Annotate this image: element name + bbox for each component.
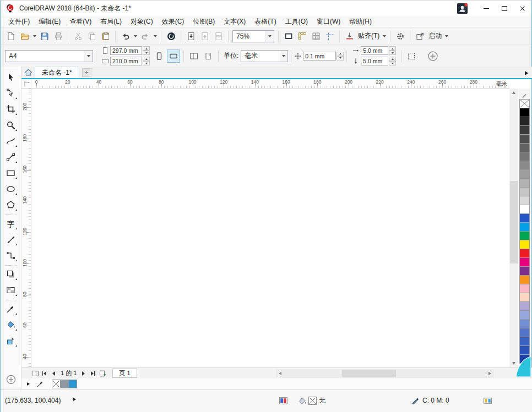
vertical-ruler[interactable]: 200180160140120100806040 — [21, 89, 31, 367]
drop-shadow-tool[interactable] — [3, 266, 19, 282]
search-content-button[interactable] — [164, 29, 178, 43]
rectangle-tool[interactable] — [3, 165, 19, 181]
units-combo[interactable]: 毫米 — [241, 50, 288, 62]
scroll-right-button[interactable] — [486, 369, 494, 378]
menu-edit[interactable]: 编辑(E) — [34, 16, 65, 28]
corner-pull-tab[interactable] — [512, 355, 531, 377]
scroll-up-button[interactable] — [509, 89, 518, 97]
color-swatch[interactable] — [519, 117, 530, 126]
color-swatch[interactable] — [519, 108, 530, 117]
add-page-button[interactable] — [97, 369, 107, 378]
color-swatch[interactable] — [519, 275, 530, 284]
page-tab[interactable]: 页 1 — [112, 369, 137, 378]
menu-text[interactable]: 文本(X) — [219, 16, 250, 28]
page-width-field[interactable]: 297.0 mm — [110, 46, 142, 55]
welcome-home-button[interactable] — [21, 67, 35, 78]
new-tab-button[interactable]: + — [82, 68, 91, 77]
last-page-button[interactable] — [88, 369, 97, 378]
new-document-button[interactable] — [4, 29, 18, 43]
launch-label[interactable]: 启动 — [427, 31, 443, 41]
add-tools-button[interactable] — [6, 374, 17, 385]
menu-layout[interactable]: 布局(L) — [96, 16, 126, 28]
units-dropdown-button[interactable] — [279, 51, 287, 62]
menu-effects[interactable]: 效果(C) — [158, 16, 189, 28]
parallel-dimension-tool[interactable] — [3, 232, 19, 248]
minimize-button[interactable] — [477, 1, 495, 16]
duplicate-y-stepper[interactable] — [389, 57, 396, 65]
cut-button[interactable] — [71, 29, 85, 43]
page-height-field[interactable]: 210.0 mm — [110, 57, 142, 65]
page-size-dropdown-button[interactable] — [84, 51, 93, 62]
menu-object[interactable]: 对象(C) — [126, 16, 158, 28]
color-swatch[interactable] — [519, 301, 530, 311]
save-button[interactable] — [37, 29, 51, 43]
color-swatch[interactable] — [519, 196, 530, 205]
zoom-dropdown-button[interactable] — [265, 31, 274, 42]
menu-help[interactable]: 帮助(H) — [345, 16, 376, 28]
open-button[interactable] — [18, 29, 31, 43]
snap-to-button[interactable] — [343, 29, 356, 43]
color-swatch[interactable] — [519, 345, 530, 355]
color-swatch[interactable] — [60, 380, 69, 388]
ellipse-tool[interactable] — [3, 181, 19, 197]
menu-window[interactable]: 窗口(W) — [312, 16, 345, 28]
smart-fill-tool[interactable] — [3, 333, 19, 349]
launch-button[interactable] — [413, 29, 427, 43]
snap-to-dropdown-button[interactable] — [381, 29, 387, 43]
drawing-canvas[interactable] — [31, 89, 509, 367]
landscape-button[interactable] — [167, 50, 180, 63]
color-swatch[interactable] — [519, 328, 530, 337]
color-swatch[interactable] — [519, 266, 530, 276]
document-color-settings-icon[interactable] — [279, 396, 288, 405]
polygon-tool[interactable] — [3, 197, 19, 213]
color-swatch[interactable] — [519, 319, 530, 328]
page-sorter-button[interactable] — [30, 369, 40, 378]
show-guidelines-button[interactable] — [323, 29, 336, 43]
options-button[interactable] — [393, 29, 407, 43]
color-swatch[interactable] — [519, 205, 530, 214]
page-size-preset-combo[interactable]: A4 — [5, 50, 93, 62]
all-pages-button[interactable] — [187, 50, 200, 63]
zoom-level-combo[interactable]: 75% — [232, 30, 274, 42]
color-swatch[interactable] — [519, 249, 530, 258]
import-button[interactable] — [184, 29, 198, 43]
color-swatch[interactable] — [519, 257, 530, 267]
snap-to-label[interactable]: 贴齐(T) — [356, 31, 381, 41]
zoom-tool[interactable] — [3, 117, 19, 133]
scroll-left-button[interactable] — [276, 369, 284, 378]
menu-tools[interactable]: 工具(O) — [281, 16, 312, 28]
crop-tool[interactable] — [3, 101, 19, 117]
show-rulers-button[interactable] — [295, 29, 309, 43]
duplicate-y-field[interactable]: 5.0 mm — [361, 57, 388, 65]
fill-status[interactable]: 无 — [298, 396, 325, 405]
transparency-tool[interactable] — [3, 282, 19, 298]
vertical-scroll-thumb[interactable] — [510, 181, 518, 263]
portrait-button[interactable] — [153, 50, 166, 63]
nudge-stepper[interactable] — [336, 52, 344, 61]
duplicate-x-field[interactable]: 5.0 mm — [361, 46, 388, 55]
redo-button[interactable] — [138, 29, 152, 43]
print-button[interactable] — [51, 29, 65, 43]
paste-button[interactable] — [99, 29, 112, 43]
freehand-tool[interactable] — [3, 133, 19, 149]
color-swatch[interactable] — [519, 310, 530, 320]
document-palette-expand-button[interactable] — [27, 382, 30, 386]
color-swatch[interactable] — [519, 213, 530, 223]
text-tool[interactable]: 字 — [3, 216, 19, 232]
color-swatch[interactable] — [519, 187, 530, 196]
color-swatch[interactable] — [519, 231, 530, 240]
launch-dropdown-button[interactable] — [443, 29, 449, 43]
undo-dropdown-button[interactable] — [132, 29, 138, 43]
first-page-button[interactable] — [40, 369, 49, 378]
coordinates-expand-button[interactable] — [73, 398, 76, 401]
color-swatch[interactable] — [519, 125, 530, 135]
proof-colors-icon[interactable] — [483, 396, 492, 405]
ruler-origin[interactable] — [21, 79, 31, 89]
close-button[interactable] — [513, 1, 531, 16]
vertical-scrollbar[interactable] — [509, 89, 518, 367]
current-page-button[interactable] — [202, 50, 215, 63]
horizontal-scroll-thumb[interactable] — [342, 370, 396, 377]
undo-button[interactable] — [118, 29, 132, 43]
menu-bitmaps[interactable]: 位图(B) — [188, 16, 219, 28]
connector-tool[interactable] — [3, 248, 19, 263]
